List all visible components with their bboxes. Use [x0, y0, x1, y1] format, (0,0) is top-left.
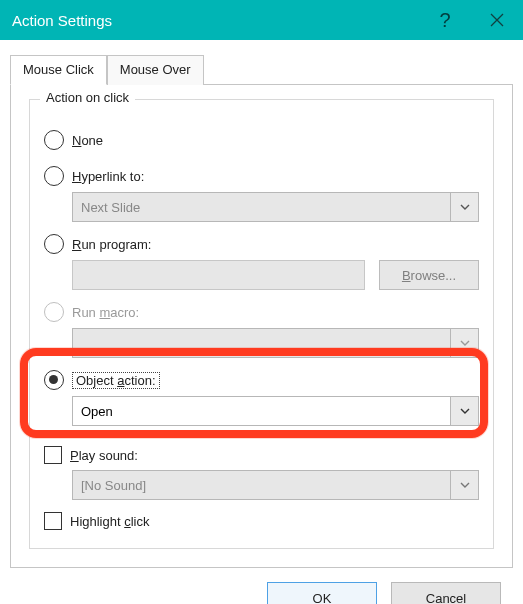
label-hyperlink: Hyperlink to: — [72, 169, 144, 184]
chevron-down-icon — [451, 396, 479, 426]
ok-button[interactable]: OK — [267, 582, 377, 604]
checkbox-play-sound[interactable] — [44, 446, 62, 464]
sound-value: [No Sound] — [81, 478, 146, 493]
tab-mouse-over[interactable]: Mouse Over — [107, 55, 204, 85]
object-action-select[interactable]: Open — [72, 396, 479, 426]
label-none: None — [72, 133, 103, 148]
chevron-down-icon — [451, 470, 479, 500]
radio-hyperlink[interactable] — [44, 166, 64, 186]
macro-select — [72, 328, 479, 358]
hyperlink-value: Next Slide — [81, 200, 140, 215]
tab-strip: Mouse Click Mouse Over — [10, 54, 513, 84]
help-button[interactable]: ? — [419, 0, 471, 40]
run-program-input[interactable] — [72, 260, 365, 290]
label-run-program: Run program: — [72, 237, 151, 252]
cancel-button[interactable]: Cancel — [391, 582, 501, 604]
label-run-macro: Run macro: — [72, 305, 139, 320]
radio-object-action[interactable] — [44, 370, 64, 390]
tab-mouse-click[interactable]: Mouse Click — [10, 55, 107, 85]
close-icon — [489, 12, 505, 28]
cancel-label: Cancel — [426, 591, 466, 605]
radio-none[interactable] — [44, 130, 64, 150]
chevron-down-icon — [451, 192, 479, 222]
tab-label: Mouse Click — [23, 62, 94, 77]
tab-label: Mouse Over — [120, 62, 191, 77]
object-action-value: Open — [81, 404, 113, 419]
label-highlight-click: Highlight click — [70, 514, 149, 529]
label-object-action: Object action: — [72, 373, 160, 388]
radio-run-macro — [44, 302, 64, 322]
sound-select[interactable]: [No Sound] — [72, 470, 479, 500]
hyperlink-select[interactable]: Next Slide — [72, 192, 479, 222]
group-legend: Action on click — [40, 90, 135, 105]
chevron-down-icon — [451, 328, 479, 358]
label-play-sound: Play sound: — [70, 448, 138, 463]
radio-run-program[interactable] — [44, 234, 64, 254]
ok-label: OK — [313, 591, 332, 605]
title-bar: Action Settings ? — [0, 0, 523, 40]
action-on-click-group: Action on click None Hyperlink to: Next … — [29, 99, 494, 549]
checkbox-highlight-click[interactable] — [44, 512, 62, 530]
close-button[interactable] — [471, 0, 523, 40]
tab-panel: Action on click None Hyperlink to: Next … — [10, 84, 513, 568]
dialog-footer: OK Cancel — [10, 568, 513, 604]
window-title: Action Settings — [12, 12, 112, 29]
browse-button[interactable]: Browse... — [379, 260, 479, 290]
